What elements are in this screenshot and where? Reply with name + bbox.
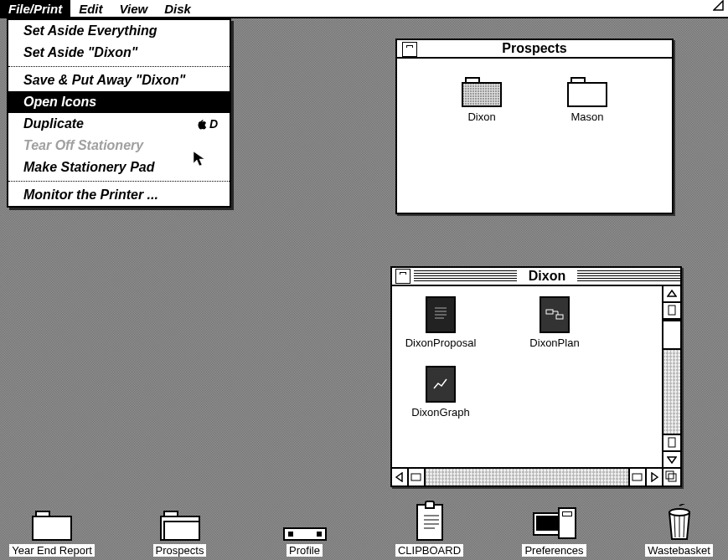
menu-edit[interactable]: Edit (70, 0, 111, 18)
svg-rect-10 (666, 471, 674, 479)
menubar-corner-icon (710, 0, 728, 17)
icon-label: DixonProposal (403, 337, 479, 349)
menu-item-monitor-the-printer[interactable]: Monitor the Printer ... (8, 184, 230, 206)
window-title: Prospects (497, 41, 571, 56)
page-indicator-icon[interactable] (628, 469, 645, 486)
apple-icon (196, 119, 207, 130)
window-title: Dixon (524, 269, 571, 284)
folder-icon (567, 77, 607, 107)
page-indicator-icon[interactable] (663, 303, 680, 320)
icon-dixon-plan[interactable]: DixonPlan (514, 296, 595, 349)
vertical-scrollbar[interactable] (662, 286, 680, 467)
svg-rect-7 (669, 438, 675, 447)
scroll-up-arrow-icon[interactable] (663, 286, 680, 303)
window-dixon[interactable]: Dixon DixonProposal DixonPlan DixonGra (390, 266, 682, 487)
trash-icon (664, 504, 694, 541)
icon-label: Mason (568, 110, 606, 123)
document-icon (540, 296, 570, 333)
icon-dixon-graph[interactable]: DixonGraph (400, 366, 481, 419)
titlebar-stripes (577, 270, 680, 282)
window-content[interactable]: DixonProposal DixonPlan DixonGraph (392, 286, 680, 486)
document-icon (426, 366, 456, 403)
svg-rect-6 (669, 306, 675, 315)
page-indicator-icon[interactable] (663, 434, 680, 450)
menu-item-set-aside-dixon[interactable]: Set Aside "Dixon" (8, 42, 230, 64)
svg-rect-11 (669, 474, 676, 481)
titlebar[interactable]: Dixon (392, 268, 680, 286)
menu-file-print[interactable]: File/Print (0, 0, 70, 18)
scroll-left-arrow-icon[interactable] (392, 469, 409, 486)
scroll-track[interactable] (426, 469, 628, 486)
icon-dixon-folder[interactable]: Dixon (441, 77, 522, 123)
titlebar-stripes (414, 270, 517, 282)
menubar: File/Print Edit View Disk (0, 0, 728, 18)
folder-open-icon (160, 511, 200, 541)
icon-label: CLIPBOARD (395, 544, 463, 557)
icon-label: DixonPlan (527, 337, 581, 349)
desktop-icon-year-end-report[interactable]: Year End Report (12, 511, 92, 557)
icon-label: Preferences (522, 544, 586, 557)
desktop-icons-row: Year End Report Prospects Profile CLIPBO… (0, 504, 728, 557)
file-print-dropdown: Set Aside Everything Set Aside "Dixon" S… (7, 18, 231, 208)
menu-item-label: Duplicate (23, 116, 84, 131)
menu-shortcut: D (196, 117, 218, 131)
desktop-icon-profile[interactable]: Profile (267, 527, 342, 557)
disk-icon (283, 527, 327, 541)
titlebar[interactable]: Prospects (397, 40, 672, 59)
clipboard-icon (416, 504, 443, 541)
menu-disk[interactable]: Disk (156, 0, 199, 18)
horizontal-scrollbar[interactable] (392, 467, 662, 486)
shortcut-key: D (209, 117, 218, 131)
preferences-icon (533, 507, 576, 541)
resize-handle[interactable] (662, 467, 680, 486)
icon-label: Wastebasket (645, 544, 713, 557)
window-menu-icon[interactable] (395, 269, 410, 284)
document-icon (426, 296, 456, 333)
svg-rect-8 (411, 474, 421, 480)
scroll-down-arrow-icon[interactable] (663, 450, 680, 467)
folder-icon (462, 77, 502, 107)
desktop-icon-preferences[interactable]: Preferences (517, 507, 591, 557)
window-content[interactable]: Dixon Mason (397, 59, 672, 142)
scroll-thumb[interactable] (663, 320, 680, 350)
svg-rect-5 (556, 315, 563, 319)
desktop-icon-wastebasket[interactable]: Wastebasket (642, 504, 716, 557)
icon-label: Dixon (465, 110, 498, 123)
desktop-icon-clipboard[interactable]: CLIPBOARD (392, 504, 467, 557)
window-prospects[interactable]: Prospects Dixon Mason (395, 39, 674, 214)
icon-label: Profile (287, 544, 323, 557)
svg-rect-13 (317, 532, 322, 537)
svg-rect-9 (632, 474, 642, 480)
menu-separator (8, 181, 230, 182)
icon-label: Prospects (153, 544, 207, 557)
menu-separator (8, 66, 230, 67)
svg-rect-4 (546, 310, 553, 314)
menu-view[interactable]: View (111, 0, 157, 18)
menu-item-open-icons[interactable]: Open Icons (8, 91, 230, 113)
window-menu-icon[interactable] (402, 42, 417, 57)
icon-mason-folder[interactable]: Mason (547, 77, 627, 123)
menu-item-duplicate[interactable]: Duplicate D (8, 113, 230, 135)
mouse-cursor-icon (193, 151, 206, 167)
icon-label: Year End Report (9, 544, 95, 557)
svg-point-18 (669, 509, 689, 516)
page-indicator-icon[interactable] (409, 469, 426, 486)
icon-label: DixonGraph (409, 406, 472, 419)
menu-item-save-put-away-dixon[interactable]: Save & Put Away "Dixon" (8, 69, 230, 91)
scroll-right-arrow-icon[interactable] (645, 469, 662, 486)
scroll-track[interactable] (663, 350, 680, 434)
folder-icon (32, 511, 72, 541)
menu-item-set-aside-everything[interactable]: Set Aside Everything (8, 20, 230, 42)
desktop-icon-prospects[interactable]: Prospects (142, 511, 217, 557)
svg-rect-12 (288, 532, 293, 537)
icon-dixon-proposal[interactable]: DixonProposal (400, 296, 481, 349)
